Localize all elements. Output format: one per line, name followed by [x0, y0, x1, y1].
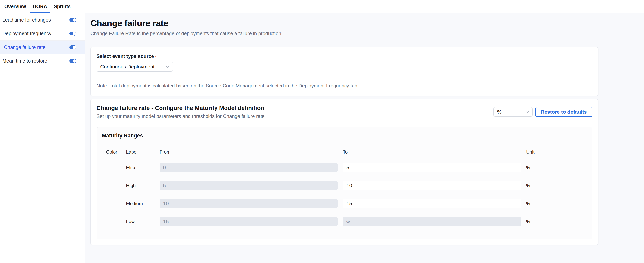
sidebar-item-lead-time-for-changes[interactable]: Lead time for changes	[0, 13, 85, 27]
column-header-from: From	[160, 149, 343, 155]
toggle-knob	[72, 18, 76, 22]
tab-overview[interactable]: Overview	[4, 0, 26, 13]
maturity-card-subtitle: Set up your maturity model parameters an…	[96, 114, 265, 119]
range-unit: %	[526, 165, 583, 170]
page-description: Change Failure Rate is the percentage of…	[90, 31, 598, 36]
toggle-knob	[72, 46, 76, 49]
range-to-input[interactable]	[343, 163, 521, 172]
range-to-input[interactable]	[343, 181, 521, 190]
maturity-card-title: Change failure rate - Configure the Matu…	[96, 105, 265, 111]
range-unit: %	[526, 183, 583, 188]
sidebar-item-mean-time-to-restore[interactable]: Mean time to restore	[0, 54, 85, 68]
range-label: Medium	[126, 201, 160, 206]
sidebar-item-label: Deployment frequency	[2, 31, 51, 36]
maturity-range-row: Low %	[106, 217, 583, 226]
range-label: Elite	[126, 165, 160, 170]
toggle-deployment-frequency[interactable]	[70, 32, 76, 36]
range-from-input	[160, 199, 338, 208]
maturity-card-heading: Change failure rate - Configure the Matu…	[96, 105, 265, 119]
event-source-dropdown-value: Continuous Deployment	[100, 64, 155, 70]
sidebar-item-label: Change failure rate	[4, 44, 46, 50]
tab-dora[interactable]: DORA	[33, 0, 47, 13]
range-label: Low	[126, 219, 160, 224]
maturity-model-card: Change failure rate - Configure the Matu…	[90, 99, 598, 245]
unit-dropdown[interactable]: %	[494, 107, 532, 117]
column-header-color: Color	[106, 149, 126, 155]
toggle-change-failure-rate[interactable]	[70, 46, 76, 49]
chevron-down-icon	[524, 110, 530, 114]
sidebar-item-change-failure-rate[interactable]: Change failure rate	[0, 40, 85, 54]
required-asterisk: *	[155, 55, 156, 58]
toggle-knob	[72, 32, 76, 36]
sidebar-item-deployment-frequency[interactable]: Deployment frequency	[0, 27, 85, 40]
column-header-label: Label	[126, 149, 160, 155]
page-title: Change failure rate	[90, 18, 598, 28]
range-to-input[interactable]	[343, 199, 521, 208]
range-from-input	[160, 181, 338, 190]
toggle-mean-time-to-restore[interactable]	[70, 59, 76, 63]
column-header-to: To	[343, 149, 526, 155]
range-from-input	[160, 163, 338, 172]
deployment-note: Note: Total deployment is calculated bas…	[96, 83, 592, 89]
range-label: High	[126, 183, 160, 188]
range-from-input	[160, 217, 338, 226]
sidebar-item-label: Lead time for changes	[2, 17, 51, 23]
event-source-label: Select event type source	[96, 54, 154, 59]
maturity-ranges-panel: Maturity Ranges Color Label From To Unit…	[96, 127, 592, 239]
tab-sprints[interactable]: Sprints	[54, 0, 71, 13]
maturity-range-row: Elite %	[106, 163, 583, 172]
event-source-card: Select event type source* Continuous Dep…	[90, 47, 598, 96]
maturity-range-row: Medium %	[106, 199, 583, 208]
metrics-sidebar: Lead time for changes Deployment frequen…	[0, 13, 85, 263]
range-unit: %	[526, 219, 583, 224]
table-body: Elite % High % Medium % Low %	[106, 163, 583, 226]
table-header-row: Color Label From To Unit	[106, 149, 583, 158]
unit-dropdown-value: %	[497, 109, 502, 115]
restore-to-defaults-button[interactable]: Restore to defaults	[535, 107, 592, 117]
sidebar-item-label: Mean time to restore	[2, 58, 47, 64]
range-to-input	[343, 217, 521, 226]
column-header-unit: Unit	[526, 149, 583, 155]
maturity-ranges-title: Maturity Ranges	[97, 133, 592, 139]
top-tab-bar: Overview DORA Sprints	[0, 0, 644, 13]
range-unit: %	[526, 201, 583, 206]
maturity-ranges-table: Color Label From To Unit Elite % High % …	[106, 149, 583, 226]
main-content: Change failure rate Change Failure Rate …	[85, 13, 644, 263]
toggle-knob	[72, 59, 76, 63]
chevron-down-icon	[165, 64, 170, 69]
toggle-lead-time-for-changes[interactable]	[70, 18, 76, 22]
event-source-dropdown[interactable]: Continuous Deployment	[96, 62, 173, 72]
maturity-range-row: High %	[106, 181, 583, 190]
